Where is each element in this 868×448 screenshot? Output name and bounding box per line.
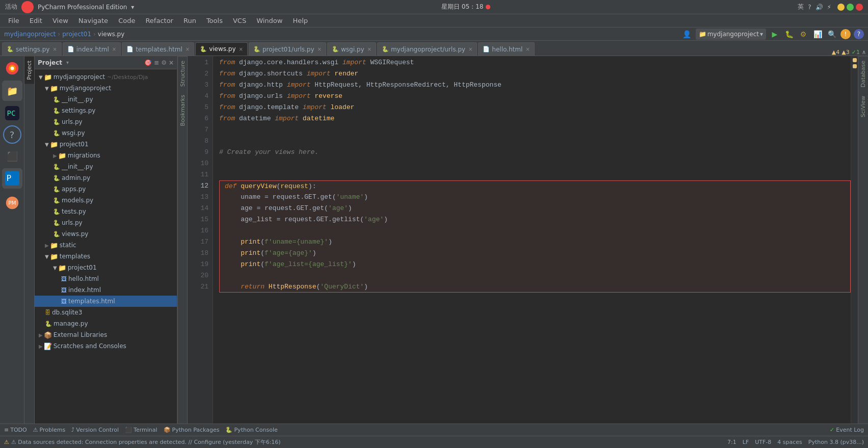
python-version[interactable]: Python 3.8 (pv38...) xyxy=(808,439,864,445)
cursor-position[interactable]: 7:1 xyxy=(727,439,737,445)
tree-admin-py[interactable]: 🐍 admin.py xyxy=(35,172,177,183)
help-icon[interactable]: ? xyxy=(808,4,811,11)
pycharm-icon[interactable]: PC xyxy=(2,103,22,123)
todo-btn[interactable]: ≡ TODO xyxy=(4,427,27,433)
tree-db-sqlite[interactable]: 🗄 db.sqlite3 xyxy=(35,307,177,318)
project-collapse-icon[interactable]: ≡ xyxy=(154,59,159,66)
tree-urls-py[interactable]: 🐍 urls.py xyxy=(35,116,177,127)
event-log-btn[interactable]: ✓ Event Log xyxy=(830,427,864,433)
coverage-btn[interactable]: ⚙ xyxy=(798,29,809,40)
database-vtab[interactable]: Database xyxy=(858,56,868,92)
line-endings[interactable]: LF xyxy=(743,439,749,445)
tree-static[interactable]: ▶ 📁 static xyxy=(35,240,177,251)
tab-close-templates[interactable]: × xyxy=(186,46,190,52)
menu-tools[interactable]: Tools xyxy=(202,16,227,25)
project-hide-icon[interactable]: × xyxy=(169,59,174,66)
indent-settings[interactable]: 4 spaces xyxy=(777,439,802,445)
lang-label[interactable]: 英 xyxy=(798,3,804,11)
tree-templates-html[interactable]: 🖼 templates.html xyxy=(35,296,177,307)
tab-index-html[interactable]: 📄 index.html × xyxy=(63,42,121,56)
run-btn[interactable]: ▶ xyxy=(769,29,780,40)
tree-settings-py[interactable]: 🐍 settings.py xyxy=(35,105,177,116)
code-content[interactable]: 1 2 3 4 5 6 7 8 9 10 11 12 13 14 15 16 1 xyxy=(188,56,858,424)
user-icon[interactable]: 👤 xyxy=(681,29,693,40)
tab-project-urls[interactable]: 🐍 mydjangoproject/urls.py × xyxy=(377,42,477,56)
menu-window[interactable]: Window xyxy=(252,16,286,25)
breadcrumb-file[interactable]: views.py xyxy=(98,31,124,38)
close-btn[interactable] xyxy=(856,4,863,11)
minimize-btn[interactable] xyxy=(837,4,845,11)
menu-vcs[interactable]: VCS xyxy=(229,16,250,25)
tree-scratches[interactable]: ▶ 📝 Scratches and Consoles xyxy=(35,340,177,352)
question-icon[interactable]: ? xyxy=(3,125,21,144)
project-locate-icon[interactable]: 🎯 xyxy=(144,59,152,66)
tree-templates[interactable]: ▼ 📁 templates xyxy=(35,251,177,262)
menu-file[interactable]: File xyxy=(4,16,23,25)
terminal-btn[interactable]: ⬛ Terminal xyxy=(125,427,157,433)
menu-refactor[interactable]: Refactor xyxy=(141,16,177,25)
terminal-icon[interactable]: ⬛ xyxy=(2,146,22,166)
firefox-icon[interactable] xyxy=(2,58,22,78)
problems-btn[interactable]: ⚠ Problems xyxy=(33,427,66,433)
tree-index-html[interactable]: 🖼 index.html xyxy=(35,284,177,296)
menu-view[interactable]: View xyxy=(48,16,72,25)
breadcrumb-app[interactable]: project01 xyxy=(62,31,91,38)
tab-close-views[interactable]: × xyxy=(239,46,243,52)
settings-btn[interactable]: ! xyxy=(840,29,851,39)
tree-mydjangoproject[interactable]: ▼ 📁 mydjangoproject xyxy=(35,83,177,94)
pycharm-main-icon[interactable]: P xyxy=(2,168,22,189)
files-icon[interactable]: 📁 xyxy=(2,81,22,101)
project-settings-icon[interactable]: ⚙ xyxy=(161,59,167,66)
menu-run[interactable]: Run xyxy=(179,16,200,25)
python-console-btn[interactable]: 🐍 Python Console xyxy=(225,427,277,433)
power-icon[interactable]: ⚡ xyxy=(827,4,831,11)
tab-project01-urls[interactable]: 🐍 project01/urls.py × xyxy=(249,42,326,56)
menu-edit[interactable]: Edit xyxy=(25,16,46,25)
tab-close-hello[interactable]: × xyxy=(525,46,530,52)
sciview-vtab[interactable]: SciView xyxy=(858,92,868,121)
maximize-btn[interactable] xyxy=(847,4,854,11)
tree-manage-py[interactable]: 🐍 manage.py xyxy=(35,318,177,329)
tree-models-py[interactable]: 🐍 models.py xyxy=(35,195,177,206)
tab-close-wsgi[interactable]: × xyxy=(367,46,372,52)
help-btn[interactable]: ? xyxy=(854,29,864,39)
project-vtab[interactable]: Project xyxy=(24,56,34,84)
run-config-dropdown[interactable]: 📁 mydjangoproject ▾ xyxy=(696,29,766,40)
menu-navigate[interactable]: Navigate xyxy=(74,16,112,25)
structure-vtab[interactable]: Structure xyxy=(178,56,187,91)
encoding[interactable]: UTF-8 xyxy=(755,439,771,445)
tree-tests-py[interactable]: 🐍 tests.py xyxy=(35,206,177,217)
tree-apps-py[interactable]: 🐍 apps.py xyxy=(35,183,177,195)
tree-external-libs[interactable]: ▶ 📦 External Libraries xyxy=(35,329,177,340)
profile-btn[interactable]: 📊 xyxy=(812,29,823,40)
tree-wsgi-py[interactable]: 🐍 wsgi.py xyxy=(35,127,177,139)
volume-icon[interactable]: 🔊 xyxy=(816,4,823,11)
breadcrumb-project[interactable]: mydjangoproject xyxy=(4,31,56,38)
menu-help[interactable]: Help xyxy=(288,16,312,25)
version-control-btn[interactable]: ⤴ Version Control xyxy=(71,427,119,433)
debug-btn[interactable]: 🐛 xyxy=(783,29,795,40)
tree-views-py[interactable]: 🐍 views.py xyxy=(35,228,177,240)
tab-settings[interactable]: 🐍 settings.py × xyxy=(2,42,62,56)
tree-init-py[interactable]: 🐍 __init__.py xyxy=(35,94,177,105)
code-lines[interactable]: ⌄ from django.core.handlers.wsgi import … xyxy=(213,56,851,424)
tree-templates-project01[interactable]: ▼ 📁 project01 xyxy=(35,262,177,273)
tree-project01[interactable]: ▼ 📁 project01 xyxy=(35,139,177,150)
tab-close-index[interactable]: × xyxy=(112,46,116,52)
activities-label[interactable]: 活动 xyxy=(5,3,17,11)
tab-templates-html[interactable]: 📄 templates.html × xyxy=(122,42,194,56)
tree-hello-html[interactable]: 🖼 hello.html xyxy=(35,273,177,284)
tree-migrations[interactable]: ▶ 📁 migrations xyxy=(35,150,177,161)
tab-close-purls[interactable]: × xyxy=(468,46,472,52)
app-dropdown-icon[interactable]: ▾ xyxy=(131,4,134,11)
tab-hello-html[interactable]: 📄 hello.html × xyxy=(478,42,534,56)
tree-p01-init[interactable]: 🐍 __init__.py xyxy=(35,161,177,172)
tab-close-p1urls[interactable]: × xyxy=(318,46,322,52)
python-packages-btn[interactable]: 📦 Python Packages xyxy=(164,427,220,433)
search-btn[interactable]: 🔍 xyxy=(826,29,837,40)
postman-icon[interactable]: PM xyxy=(2,193,22,213)
tree-root[interactable]: ▼ 📁 mydjangoproject ~/Desktop/Dja xyxy=(35,71,177,83)
menu-code[interactable]: Code xyxy=(114,16,139,25)
bookmarks-vtab[interactable]: Bookmarks xyxy=(178,91,187,130)
tab-close-settings[interactable]: × xyxy=(52,46,57,52)
